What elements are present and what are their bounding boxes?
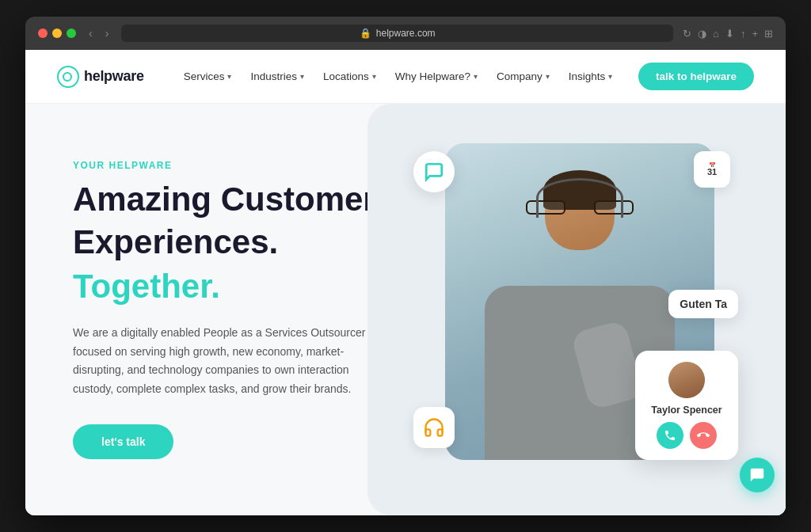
- nav-item-company[interactable]: Company ▾: [489, 66, 558, 87]
- hero-eyebrow: YOUR HELPWARE: [73, 160, 390, 171]
- hero-description: We are a digitally enabled People as a S…: [73, 324, 390, 399]
- hero-title-together: Together.: [73, 267, 390, 306]
- download-icon[interactable]: ⬇: [725, 28, 734, 40]
- minimize-button[interactable]: [52, 28, 62, 38]
- chevron-down-icon: ▾: [546, 72, 550, 81]
- profile-action-buttons: [657, 422, 717, 449]
- chevron-down-icon: ▾: [372, 72, 376, 81]
- hero-left-content: YOUR HELPWARE Amazing Customer Experienc…: [73, 160, 390, 459]
- browser-window: ‹ › 🔒 helpware.com ↻ ◑ ⌂ ⬇ ↑ + ⊞ helpwar…: [25, 17, 786, 515]
- traffic-lights: [38, 28, 76, 38]
- nav-item-insights[interactable]: Insights ▾: [561, 66, 621, 87]
- chevron-down-icon: ▾: [227, 72, 231, 81]
- shield-icon: ◑: [698, 28, 706, 40]
- url-text: helpware.com: [376, 28, 436, 39]
- share-icon[interactable]: ↑: [741, 28, 746, 40]
- home-icon[interactable]: ⌂: [713, 28, 719, 40]
- call-decline-button[interactable]: [690, 422, 717, 449]
- hero-right-content: 📅 31 Guten Ta: [421, 143, 738, 476]
- reload-icon[interactable]: ↻: [683, 28, 691, 40]
- headset-badge: [413, 407, 455, 448]
- lock-icon: 🔒: [360, 28, 371, 39]
- chevron-down-icon: ▾: [300, 72, 304, 81]
- grid-icon[interactable]: ⊞: [764, 28, 773, 40]
- maximize-button[interactable]: [67, 28, 76, 38]
- guten-tag-badge: Guten Ta: [668, 290, 738, 318]
- browser-titlebar: ‹ › 🔒 helpware.com ↻ ◑ ⌂ ⬇ ↑ + ⊞: [25, 17, 786, 50]
- nav-item-why-helpware[interactable]: Why Helpware? ▾: [387, 66, 485, 87]
- calendar-icon: 📅 31: [694, 151, 730, 188]
- call-accept-button[interactable]: [657, 422, 683, 449]
- profile-name: Taylor Spencer: [651, 405, 722, 416]
- hero-section: YOUR HELPWARE Amazing Customer Experienc…: [25, 104, 786, 515]
- nav-item-locations[interactable]: Locations ▾: [315, 66, 384, 87]
- chat-bubble-icon: [413, 151, 455, 192]
- hero-cta-button[interactable]: let's talk: [73, 424, 173, 459]
- browser-controls: ‹ ›: [86, 25, 112, 41]
- avatar: [668, 362, 705, 398]
- nav-item-services[interactable]: Services ▾: [176, 66, 240, 87]
- logo-text: helpware: [84, 68, 144, 85]
- nav-links: Services ▾ Industries ▾ Locations ▾ Why …: [176, 66, 638, 87]
- hero-title-line2: Experiences.: [73, 223, 390, 261]
- chevron-down-icon: ▾: [608, 72, 612, 81]
- chat-widget-button[interactable]: [740, 458, 775, 492]
- guten-tag-text: Guten Ta: [680, 298, 727, 310]
- navbar: helpware Services ▾ Industries ▾ Locatio…: [25, 50, 786, 104]
- browser-actions: ↻ ◑ ⌂ ⬇ ↑ + ⊞: [683, 28, 773, 40]
- profile-card: Taylor Spencer: [635, 351, 738, 460]
- logo-icon: [57, 66, 79, 88]
- forward-button[interactable]: ›: [102, 25, 112, 41]
- chevron-down-icon: ▾: [474, 72, 478, 81]
- cta-button[interactable]: talk to helpware: [638, 63, 754, 90]
- nav-item-industries[interactable]: Industries ▾: [242, 66, 312, 87]
- close-button[interactable]: [38, 28, 48, 38]
- logo[interactable]: helpware: [57, 66, 144, 88]
- browser-content: helpware Services ▾ Industries ▾ Locatio…: [25, 50, 786, 515]
- back-button[interactable]: ‹: [86, 25, 96, 41]
- new-tab-icon[interactable]: +: [752, 28, 758, 40]
- hero-title-line1: Amazing Customer: [73, 180, 390, 218]
- address-bar[interactable]: 🔒 helpware.com: [121, 25, 673, 42]
